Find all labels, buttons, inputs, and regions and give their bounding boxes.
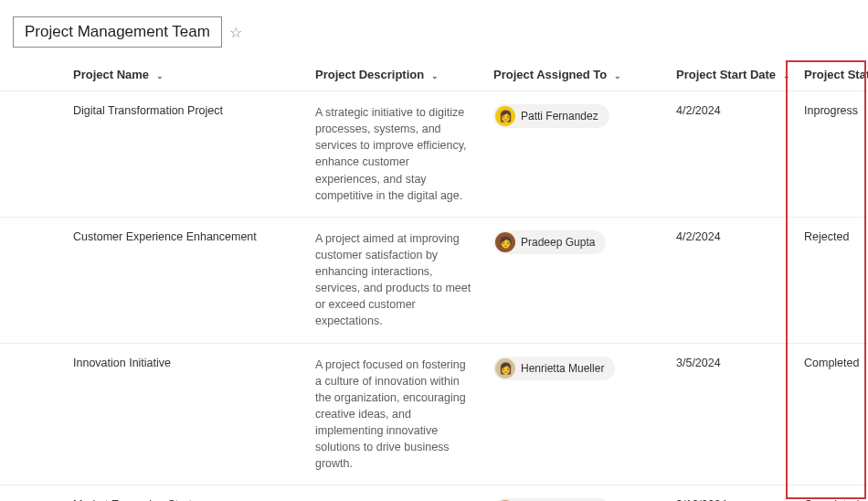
column-spacer <box>0 57 64 91</box>
project-name-cell[interactable]: Market Expansion Strategy <box>64 485 306 501</box>
row-spacer <box>0 485 64 501</box>
row-spacer <box>0 217 64 343</box>
assigned-to-cell: 👩Henrietta Mueller <box>484 343 667 485</box>
assignee-name: Patti Fernandez <box>521 110 598 123</box>
status-cell: Completed <box>795 485 868 501</box>
projects-table: Project Name ⌄ Project Description ⌄ Pro… <box>0 57 868 501</box>
avatar: 👩 <box>495 106 515 126</box>
project-description-cell: A project to explore and enter new marke… <box>306 485 484 501</box>
assigned-to-cell: 🧑Pradeep Gupta <box>484 217 667 343</box>
assignee-name: Pradeep Gupta <box>521 236 595 249</box>
table-row[interactable]: Market Expansion StrategyA project to ex… <box>0 485 868 501</box>
status-cell: Completed <box>795 343 868 485</box>
start-date-cell: 4/2/2024 <box>667 217 795 343</box>
table-header-row: Project Name ⌄ Project Description ⌄ Pro… <box>0 57 868 91</box>
status-cell: Inprogress <box>795 91 868 218</box>
assigned-to-cell: 👩Johanna Lorenz <box>484 485 667 501</box>
column-header-start-date[interactable]: Project Start Date ⌄ <box>667 57 795 91</box>
column-header-assigned[interactable]: Project Assigned To ⌄ <box>484 57 667 91</box>
column-header-label: Project Start Date <box>676 68 776 81</box>
assignee-name: Henrietta Mueller <box>521 362 604 375</box>
project-description-cell: A project focused on fostering a culture… <box>306 343 484 485</box>
assigned-to-cell: 👩Patti Fernandez <box>484 91 667 218</box>
status-cell: Rejected <box>795 217 868 343</box>
favorite-star-icon[interactable]: ☆ <box>229 24 242 41</box>
project-name-cell[interactable]: Digital Transformation Project <box>64 91 306 218</box>
column-header-name[interactable]: Project Name ⌄ <box>64 57 306 91</box>
project-description-cell: A strategic initiative to digitize proce… <box>306 91 484 218</box>
assignee-chip[interactable]: 🧑Pradeep Gupta <box>493 230 606 254</box>
row-spacer <box>0 91 64 218</box>
column-header-label: Project Description <box>315 68 424 81</box>
assignee-chip[interactable]: 👩Patti Fernandez <box>493 104 609 128</box>
column-header-label: Project Assigned To <box>493 68 607 81</box>
project-name-cell[interactable]: Customer Experience Enhancement <box>64 217 306 343</box>
table-row[interactable]: Customer Experience EnhancementA project… <box>0 217 868 343</box>
page-title[interactable]: Project Management Team <box>13 16 222 48</box>
column-header-status[interactable]: Project Status <box>795 57 868 91</box>
row-spacer <box>0 343 64 485</box>
start-date-cell: 4/2/2024 <box>667 91 795 218</box>
avatar: 👩 <box>495 358 515 378</box>
title-row: Project Management Team ☆ <box>0 0 868 57</box>
assignee-chip[interactable]: 👩Henrietta Mueller <box>493 357 615 380</box>
avatar: 🧑 <box>495 232 515 252</box>
column-header-label: Project Name <box>73 68 149 81</box>
project-description-cell: A project aimed at improving customer sa… <box>306 217 484 343</box>
chevron-down-icon: ⌄ <box>431 71 439 80</box>
table-row[interactable]: Innovation InitiativeA project focused o… <box>0 343 868 485</box>
table-row[interactable]: Digital Transformation ProjectA strategi… <box>0 91 868 218</box>
chevron-down-icon: ⌄ <box>783 71 790 80</box>
start-date-cell: 3/5/2024 <box>667 343 795 485</box>
column-header-description[interactable]: Project Description ⌄ <box>306 57 484 91</box>
column-header-label: Project Status <box>804 68 868 81</box>
project-name-cell[interactable]: Innovation Initiative <box>64 343 306 485</box>
start-date-cell: 3/13/2024 <box>667 485 795 501</box>
chevron-down-icon: ⌄ <box>156 71 164 80</box>
chevron-down-icon: ⌄ <box>614 71 621 80</box>
